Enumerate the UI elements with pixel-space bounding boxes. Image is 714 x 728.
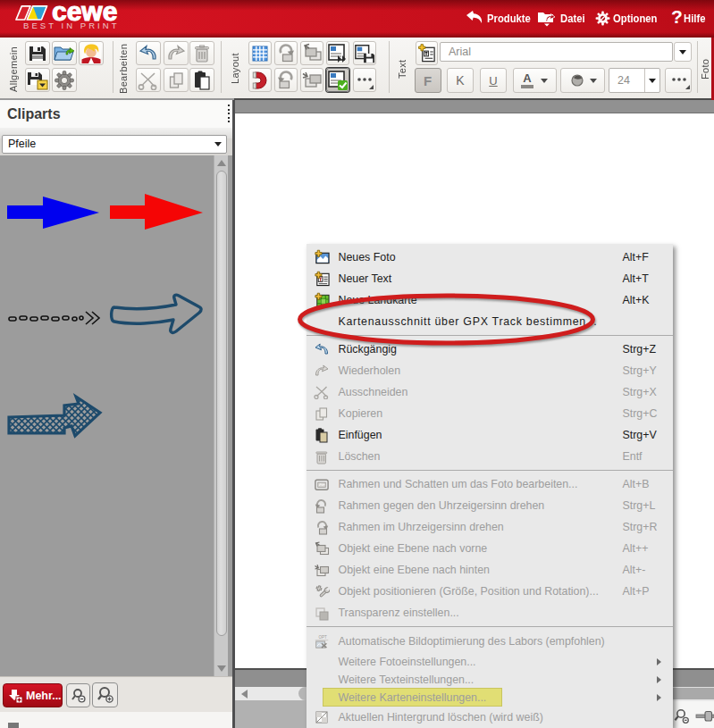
svg-text:OPT: OPT xyxy=(318,635,327,640)
